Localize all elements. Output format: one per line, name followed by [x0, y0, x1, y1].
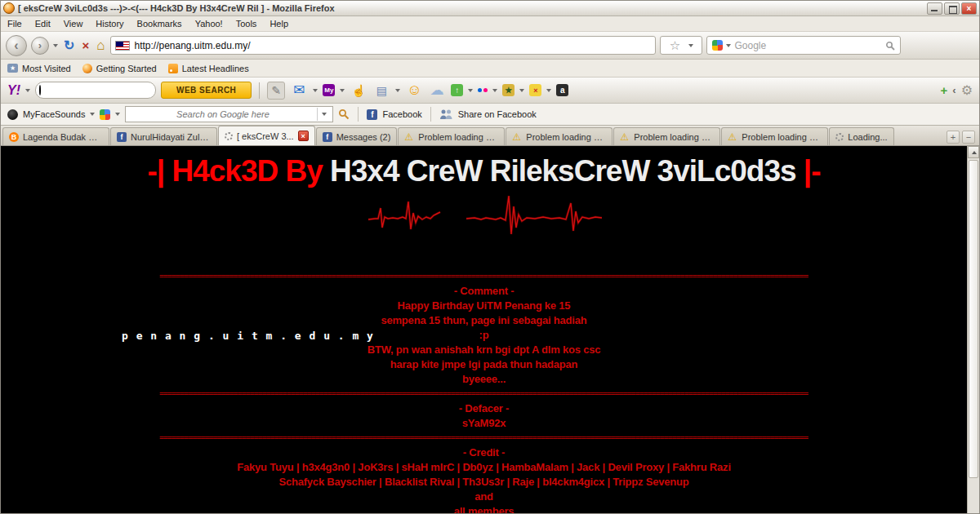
forward-button[interactable]: ›	[31, 37, 49, 55]
tab-problem-loading-1[interactable]: ⚠ Problem loading page	[398, 127, 505, 145]
tab-close-icon[interactable]: ×	[298, 131, 309, 141]
tab-ekscrew-active[interactable]: [ eksCreW 3... ×	[218, 126, 315, 145]
tab-problem-loading-3[interactable]: ⚠ Problem loading page	[613, 127, 720, 145]
comment-line: BTW, pn wan anishah krn bgi dpt A dlm ko…	[1, 343, 967, 357]
defacement-text: ========================================…	[1, 269, 967, 513]
facebook-icon: f	[117, 132, 127, 142]
amazon-icon[interactable]: a	[556, 84, 568, 96]
search-bar[interactable]	[706, 36, 901, 55]
facebook-icon[interactable]: f	[367, 109, 377, 120]
google-logo-icon[interactable]	[100, 109, 110, 120]
pencil-icon[interactable]: ✎	[267, 82, 285, 100]
google-search-box[interactable]	[125, 106, 333, 122]
tab-problem-loading-2[interactable]: ⚠ Problem loading page	[506, 127, 612, 145]
smiley-messenger-icon[interactable]: ☺	[405, 82, 423, 100]
firefox-icon	[3, 2, 15, 14]
menu-edit[interactable]: Edit	[29, 17, 57, 30]
new-tab-button[interactable]: +	[947, 131, 960, 144]
search-history-dropdown-icon[interactable]	[322, 113, 327, 116]
mail-dropdown-icon[interactable]	[313, 89, 318, 92]
menu-history[interactable]: History	[89, 17, 130, 30]
toolbar-separator	[358, 107, 359, 122]
history-dropdown-icon[interactable]	[53, 44, 58, 47]
menu-file[interactable]: File	[1, 17, 29, 30]
two-people-icon[interactable]	[439, 109, 453, 120]
search-input[interactable]	[734, 40, 882, 51]
tab-nurulhidayati[interactable]: f NurulHidayati Zulka...	[110, 127, 217, 145]
menu-bookmarks[interactable]: Bookmarks	[131, 17, 189, 30]
bookmark-dropdown-icon[interactable]	[688, 44, 693, 47]
facebook-label[interactable]: Facebook	[382, 109, 421, 119]
web-search-button[interactable]: WEB SEARCH	[161, 82, 252, 99]
tab-messages[interactable]: f Messages (2)	[316, 127, 398, 145]
tab-label: Lagenda Budak Hitam	[23, 132, 103, 142]
yahoo-dropdown-icon[interactable]	[25, 89, 30, 92]
address-bar[interactable]	[110, 36, 656, 55]
close-button[interactable]: ×	[961, 2, 977, 15]
my-yahoo-icon[interactable]: My	[323, 84, 335, 96]
tab-label: NurulHidayati Zulka...	[131, 132, 211, 142]
chevron-left-icon[interactable]: ‹	[952, 84, 956, 96]
search-magnifier-icon[interactable]	[885, 41, 895, 51]
url-input[interactable]	[134, 40, 651, 51]
list-all-tabs-button[interactable]: −	[962, 131, 975, 144]
cloud-icon[interactable]: ☁	[428, 82, 446, 100]
tab-label: Problem loading page	[418, 132, 498, 142]
green-up-arrow-icon[interactable]: ↑	[451, 84, 463, 96]
folder-dropdown-icon[interactable]	[519, 89, 524, 92]
green-dropdown-icon[interactable]	[468, 89, 473, 92]
bookmark-star-icon[interactable]: ☆	[670, 38, 680, 53]
notebook-dropdown-icon[interactable]	[395, 89, 400, 92]
google-dropdown-icon[interactable]	[115, 113, 120, 116]
bookmark-most-visited[interactable]: ★ Most Visited	[7, 64, 71, 73]
folder-feather-icon[interactable]: ★	[502, 84, 514, 96]
envelope-mail-icon[interactable]: ✉	[290, 82, 308, 100]
bookmark-latest-headlines[interactable]: Latest Headlines	[168, 64, 249, 73]
tab-loading[interactable]: Loading...	[829, 127, 893, 145]
scrollbar-thumb[interactable]	[969, 160, 978, 478]
gear-icon[interactable]: ⚙	[961, 82, 973, 98]
scroll-up-arrow[interactable]	[968, 146, 979, 158]
credit-title: - Credit -	[1, 445, 967, 460]
search-engine-dropdown-icon[interactable]	[726, 44, 731, 47]
credit-line: Fakyu Tuyu | h3x4g3n0 | JoK3rs | sHaH mI…	[1, 460, 967, 475]
yahoo-logo-icon[interactable]: Y!	[7, 83, 20, 98]
hand-icon[interactable]: ☝	[350, 82, 368, 100]
my-yahoo-dropdown-icon[interactable]	[340, 89, 345, 92]
yellow-badge-dropdown-icon[interactable]	[546, 89, 551, 92]
stop-button[interactable]: ×	[80, 39, 91, 51]
yahoo-search-box[interactable]	[35, 82, 156, 99]
tab-label: Problem loading page	[634, 132, 714, 142]
tab-problem-loading-4[interactable]: ⚠ Problem loading page	[721, 127, 828, 145]
minimize-button[interactable]	[927, 2, 942, 15]
menu-tools[interactable]: Tools	[229, 17, 264, 30]
bookmark-getting-started[interactable]: Getting Started	[82, 64, 157, 73]
flickr-dropdown-icon[interactable]	[492, 89, 497, 92]
tab-lagenda-budak-hitam[interactable]: B Lagenda Budak Hitam	[2, 127, 109, 145]
home-button[interactable]: ⌂	[95, 38, 106, 52]
myfacesounds-label[interactable]: MyFaceSounds	[23, 109, 85, 119]
menu-view[interactable]: View	[57, 17, 90, 30]
credit-line: Schafyck Bayschier | Blacklist Rival | T…	[1, 475, 967, 490]
bookmark-label: Getting Started	[96, 64, 157, 73]
menu-yahoo[interactable]: Yahoo!	[189, 17, 229, 30]
flickr-dots-icon[interactable]	[478, 88, 488, 92]
orange-magnifier-icon[interactable]	[338, 109, 350, 120]
plus-icon[interactable]: +	[941, 83, 948, 97]
bookmarks-toolbar: ★ Most Visited Getting Started Latest He…	[1, 60, 979, 78]
myfacesounds-dropdown-icon[interactable]	[90, 113, 95, 116]
back-button[interactable]: ‹	[6, 35, 27, 56]
share-on-facebook-label[interactable]: Share on Facebook	[458, 109, 537, 119]
refresh-button[interactable]: ↻	[62, 39, 76, 52]
bookmark-star-box[interactable]: ☆	[660, 36, 702, 55]
page-content: -| H4ck3D By H3x4 CreW RileksCreW 3viLc0…	[1, 146, 979, 513]
google-search-input[interactable]	[128, 109, 317, 119]
notebook-icon[interactable]: ▤	[372, 82, 390, 100]
yahoo-search-input[interactable]	[44, 86, 160, 95]
site-domain-label: p e n a n g . u i t m . e d u . m y	[122, 330, 374, 342]
vertical-scrollbar[interactable]	[967, 146, 979, 513]
yahoo-search-icon	[39, 85, 41, 95]
yellow-badge-icon[interactable]: ×	[529, 84, 541, 96]
menu-help[interactable]: Help	[263, 17, 295, 30]
restore-button[interactable]	[944, 2, 960, 15]
